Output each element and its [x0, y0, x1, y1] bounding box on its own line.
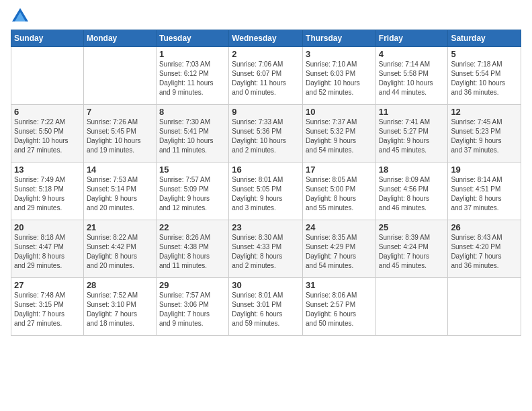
day-number: 5 [451, 49, 518, 59]
day-info: Sunrise: 8:01 AM Sunset: 5:05 PM Dayligh… [232, 175, 300, 213]
calendar-cell [83, 47, 156, 105]
day-number: 12 [451, 107, 518, 117]
header [11, 7, 521, 26]
day-number: 23 [232, 222, 300, 232]
day-number: 31 [306, 280, 373, 290]
calendar-cell: 21Sunrise: 8:22 AM Sunset: 4:42 PM Dayli… [83, 220, 156, 278]
calendar-week-4: 20Sunrise: 8:18 AM Sunset: 4:47 PM Dayli… [11, 220, 521, 278]
weekday-header-wednesday: Wednesday [229, 30, 303, 47]
day-number: 29 [159, 280, 226, 290]
calendar-cell [11, 47, 84, 105]
day-number: 19 [451, 165, 518, 175]
day-number: 4 [379, 49, 445, 59]
weekday-row: SundayMondayTuesdayWednesdayThursdayFrid… [11, 30, 521, 47]
day-number: 17 [306, 165, 373, 175]
day-info: Sunrise: 7:41 AM Sunset: 5:27 PM Dayligh… [379, 118, 445, 155]
calendar-header: SundayMondayTuesdayWednesdayThursdayFrid… [11, 30, 521, 47]
day-number: 9 [232, 107, 300, 117]
day-number: 15 [159, 165, 226, 175]
day-info: Sunrise: 8:39 AM Sunset: 4:24 PM Dayligh… [379, 233, 445, 271]
day-number: 10 [306, 107, 373, 117]
day-number: 16 [232, 165, 300, 175]
calendar-cell: 25Sunrise: 8:39 AM Sunset: 4:24 PM Dayli… [375, 220, 448, 278]
day-number: 1 [159, 49, 226, 59]
calendar-cell: 31Sunrise: 8:06 AM Sunset: 2:57 PM Dayli… [303, 278, 376, 336]
weekday-header-monday: Monday [83, 30, 156, 47]
day-info: Sunrise: 7:26 AM Sunset: 5:45 PM Dayligh… [87, 118, 153, 155]
day-number: 8 [159, 107, 226, 117]
day-number: 2 [232, 49, 300, 59]
calendar-cell: 19Sunrise: 8:14 AM Sunset: 4:51 PM Dayli… [448, 163, 521, 220]
calendar-cell: 4Sunrise: 7:14 AM Sunset: 5:58 PM Daylig… [375, 47, 448, 105]
logo [11, 7, 32, 26]
day-info: Sunrise: 8:22 AM Sunset: 4:42 PM Dayligh… [87, 233, 153, 271]
calendar-cell: 22Sunrise: 8:26 AM Sunset: 4:38 PM Dayli… [156, 220, 228, 278]
day-number: 24 [306, 222, 373, 232]
day-info: Sunrise: 7:33 AM Sunset: 5:36 PM Dayligh… [232, 118, 300, 155]
calendar-cell: 5Sunrise: 7:18 AM Sunset: 5:54 PM Daylig… [448, 47, 521, 105]
calendar-cell: 2Sunrise: 7:06 AM Sunset: 6:07 PM Daylig… [229, 47, 303, 105]
calendar-cell: 17Sunrise: 8:05 AM Sunset: 5:00 PM Dayli… [303, 163, 376, 220]
day-number: 13 [14, 165, 81, 175]
calendar-cell: 15Sunrise: 7:57 AM Sunset: 5:09 PM Dayli… [156, 163, 228, 220]
day-info: Sunrise: 7:06 AM Sunset: 6:07 PM Dayligh… [232, 60, 300, 97]
calendar: SundayMondayTuesdayWednesdayThursdayFrid… [11, 30, 521, 336]
day-number: 11 [379, 107, 445, 117]
day-number: 3 [306, 49, 373, 59]
day-number: 7 [87, 107, 153, 117]
day-info: Sunrise: 8:14 AM Sunset: 4:51 PM Dayligh… [451, 175, 518, 213]
day-info: Sunrise: 7:49 AM Sunset: 5:18 PM Dayligh… [14, 175, 81, 213]
calendar-cell: 28Sunrise: 7:52 AM Sunset: 3:10 PM Dayli… [83, 278, 156, 336]
day-info: Sunrise: 7:18 AM Sunset: 5:54 PM Dayligh… [451, 60, 518, 97]
day-info: Sunrise: 7:22 AM Sunset: 5:50 PM Dayligh… [14, 118, 81, 155]
day-info: Sunrise: 7:37 AM Sunset: 5:32 PM Dayligh… [306, 118, 373, 155]
calendar-cell: 13Sunrise: 7:49 AM Sunset: 5:18 PM Dayli… [11, 163, 84, 220]
day-number: 21 [87, 222, 153, 232]
day-info: Sunrise: 8:26 AM Sunset: 4:38 PM Dayligh… [159, 233, 226, 271]
calendar-cell: 7Sunrise: 7:26 AM Sunset: 5:45 PM Daylig… [83, 105, 156, 163]
weekday-header-tuesday: Tuesday [156, 30, 228, 47]
calendar-cell: 26Sunrise: 8:43 AM Sunset: 4:20 PM Dayli… [448, 220, 521, 278]
calendar-cell: 24Sunrise: 8:35 AM Sunset: 4:29 PM Dayli… [303, 220, 376, 278]
calendar-cell [448, 278, 521, 336]
day-info: Sunrise: 8:43 AM Sunset: 4:20 PM Dayligh… [451, 233, 518, 271]
day-number: 30 [232, 280, 300, 290]
calendar-cell [375, 278, 448, 336]
weekday-header-thursday: Thursday [303, 30, 376, 47]
calendar-cell: 1Sunrise: 7:03 AM Sunset: 6:12 PM Daylig… [156, 47, 228, 105]
calendar-week-2: 6Sunrise: 7:22 AM Sunset: 5:50 PM Daylig… [11, 105, 521, 163]
day-info: Sunrise: 8:30 AM Sunset: 4:33 PM Dayligh… [232, 233, 300, 271]
day-number: 18 [379, 165, 445, 175]
day-info: Sunrise: 8:01 AM Sunset: 3:01 PM Dayligh… [232, 291, 300, 328]
calendar-cell: 10Sunrise: 7:37 AM Sunset: 5:32 PM Dayli… [303, 105, 376, 163]
day-number: 28 [87, 280, 153, 290]
day-info: Sunrise: 8:18 AM Sunset: 4:47 PM Dayligh… [14, 233, 81, 271]
day-info: Sunrise: 7:48 AM Sunset: 3:15 PM Dayligh… [14, 291, 81, 328]
page: SundayMondayTuesdayWednesdayThursdayFrid… [0, 0, 532, 341]
calendar-week-3: 13Sunrise: 7:49 AM Sunset: 5:18 PM Dayli… [11, 163, 521, 220]
calendar-cell: 11Sunrise: 7:41 AM Sunset: 5:27 PM Dayli… [375, 105, 448, 163]
day-info: Sunrise: 7:57 AM Sunset: 5:09 PM Dayligh… [159, 175, 226, 213]
day-info: Sunrise: 7:52 AM Sunset: 3:10 PM Dayligh… [87, 291, 153, 328]
calendar-cell: 8Sunrise: 7:30 AM Sunset: 5:41 PM Daylig… [156, 105, 228, 163]
calendar-cell: 6Sunrise: 7:22 AM Sunset: 5:50 PM Daylig… [11, 105, 84, 163]
day-info: Sunrise: 8:06 AM Sunset: 2:57 PM Dayligh… [306, 291, 373, 328]
day-info: Sunrise: 7:30 AM Sunset: 5:41 PM Dayligh… [159, 118, 226, 155]
calendar-cell: 27Sunrise: 7:48 AM Sunset: 3:15 PM Dayli… [11, 278, 84, 336]
calendar-cell: 3Sunrise: 7:10 AM Sunset: 6:03 PM Daylig… [303, 47, 376, 105]
day-info: Sunrise: 7:53 AM Sunset: 5:14 PM Dayligh… [87, 175, 153, 213]
weekday-header-friday: Friday [375, 30, 448, 47]
day-info: Sunrise: 7:14 AM Sunset: 5:58 PM Dayligh… [379, 60, 445, 97]
day-number: 20 [14, 222, 81, 232]
calendar-week-1: 1Sunrise: 7:03 AM Sunset: 6:12 PM Daylig… [11, 47, 521, 105]
day-info: Sunrise: 8:35 AM Sunset: 4:29 PM Dayligh… [306, 233, 373, 271]
calendar-week-5: 27Sunrise: 7:48 AM Sunset: 3:15 PM Dayli… [11, 278, 521, 336]
day-number: 22 [159, 222, 226, 232]
weekday-header-saturday: Saturday [448, 30, 521, 47]
day-info: Sunrise: 8:05 AM Sunset: 5:00 PM Dayligh… [306, 175, 373, 213]
day-info: Sunrise: 7:03 AM Sunset: 6:12 PM Dayligh… [159, 60, 226, 97]
calendar-cell: 9Sunrise: 7:33 AM Sunset: 5:36 PM Daylig… [229, 105, 303, 163]
calendar-cell: 29Sunrise: 7:57 AM Sunset: 3:06 PM Dayli… [156, 278, 228, 336]
day-number: 25 [379, 222, 445, 232]
calendar-body: 1Sunrise: 7:03 AM Sunset: 6:12 PM Daylig… [11, 47, 521, 336]
